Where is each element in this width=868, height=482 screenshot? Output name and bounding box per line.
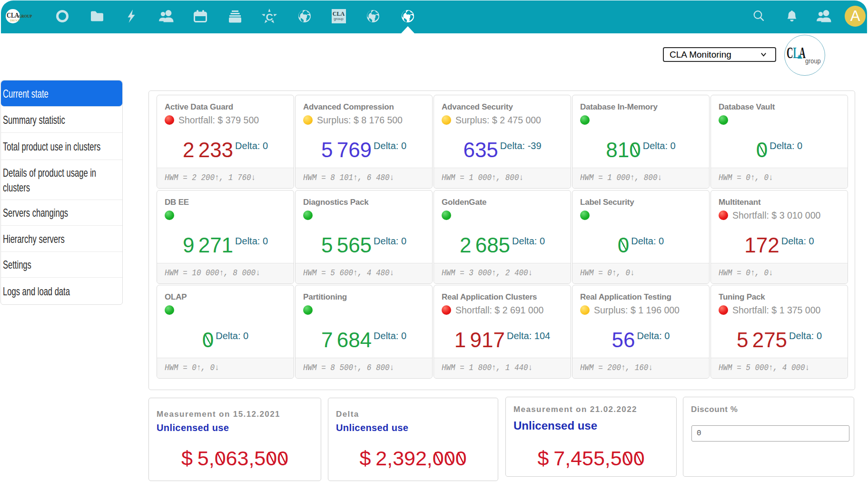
- svg-text:C: C: [266, 11, 273, 22]
